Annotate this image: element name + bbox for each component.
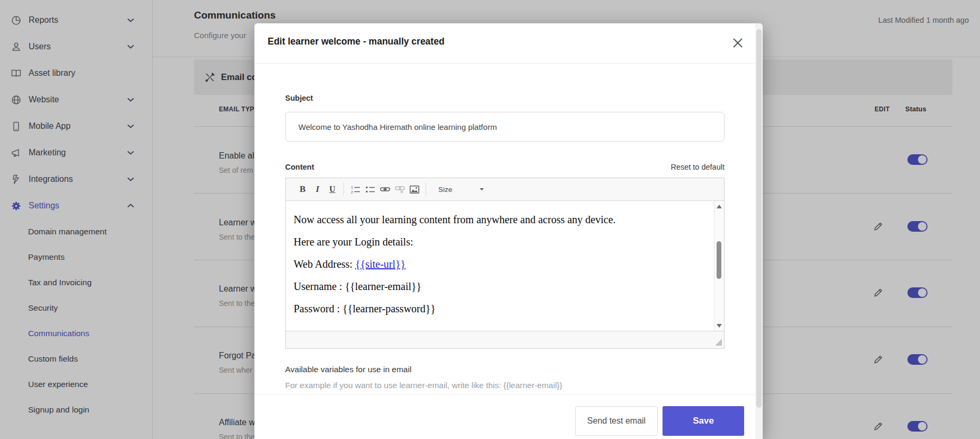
underline-icon[interactable]: U bbox=[325, 182, 340, 197]
save-button[interactable]: Save bbox=[663, 406, 744, 436]
editor-paragraph: Here are your Login details: bbox=[294, 236, 714, 248]
modal-scrollbar[interactable] bbox=[755, 23, 763, 439]
modal-header: Edit learner welcome - manually created bbox=[254, 23, 763, 64]
bullet-list-icon[interactable] bbox=[363, 182, 377, 197]
editor-toolbar: B I U 12 Size bbox=[286, 178, 724, 201]
svg-text:1: 1 bbox=[351, 185, 353, 190]
available-variables-title: Available variables for use in email bbox=[285, 365, 411, 374]
ordered-list-icon[interactable]: 12 bbox=[348, 182, 363, 197]
footer-divider bbox=[254, 394, 755, 395]
image-icon[interactable] bbox=[407, 182, 422, 197]
available-variables-hint: For example if you want to use learner-e… bbox=[285, 381, 562, 390]
editor-scrollbar-thumb[interactable] bbox=[717, 241, 721, 279]
edit-email-modal: Edit learner welcome - manually created … bbox=[254, 23, 763, 439]
editor-content[interactable]: Now access all your learning content fro… bbox=[286, 201, 714, 331]
editor-paragraph: Password : {{learner-password}} bbox=[294, 303, 714, 315]
site-url-link[interactable]: {{site-url}} bbox=[355, 258, 405, 270]
modal-scrollbar-thumb[interactable] bbox=[756, 29, 762, 408]
italic-icon[interactable]: I bbox=[310, 182, 325, 197]
editor-paragraph: Web Address: {{site-url}} bbox=[294, 258, 714, 270]
editor-scrollbar[interactable] bbox=[714, 201, 724, 331]
close-icon[interactable] bbox=[732, 37, 744, 49]
subject-input[interactable] bbox=[285, 112, 725, 142]
editor-status-bar bbox=[286, 331, 724, 348]
toolbar-separator bbox=[343, 182, 344, 196]
app: Reports Users Asset library Website bbox=[0, 0, 980, 439]
editor-paragraph: Username : {{learner-email}} bbox=[294, 280, 714, 293]
link-icon[interactable] bbox=[377, 182, 392, 197]
scroll-down-arrow-icon[interactable] bbox=[717, 324, 722, 328]
svg-text:2: 2 bbox=[351, 190, 353, 194]
content-label: Content bbox=[285, 163, 314, 171]
modal-title: Edit learner welcome - manually created bbox=[268, 36, 445, 47]
subject-label: Subject bbox=[285, 94, 313, 102]
scroll-up-arrow-icon[interactable] bbox=[717, 205, 722, 208]
unlink-icon[interactable] bbox=[392, 182, 407, 197]
size-dropdown-caret[interactable] bbox=[480, 188, 484, 190]
editor-paragraph: Now access all your learning content fro… bbox=[294, 214, 714, 226]
bold-icon[interactable]: B bbox=[295, 182, 310, 197]
toolbar-separator bbox=[426, 182, 426, 196]
rich-text-editor: B I U 12 Size bbox=[285, 178, 725, 349]
size-dropdown[interactable]: Size bbox=[438, 186, 452, 194]
reset-to-default-link[interactable]: Reset to default bbox=[670, 163, 725, 171]
resize-grip-icon[interactable] bbox=[715, 339, 722, 346]
send-test-email-button[interactable]: Send test email bbox=[575, 406, 658, 436]
